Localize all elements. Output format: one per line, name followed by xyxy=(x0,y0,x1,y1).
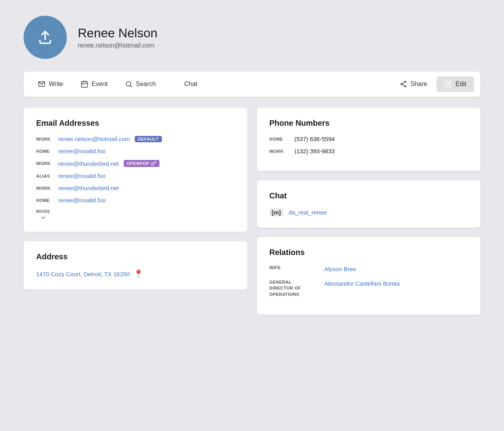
list-item: HOME renee@invalid.foo xyxy=(36,148,235,154)
phone-type-label: WORK xyxy=(269,149,287,154)
profile-name: Renee Nelson xyxy=(78,26,158,40)
event-button[interactable]: Event xyxy=(73,76,115,92)
email-type-label: HOME xyxy=(36,198,53,203)
profile-header: path{fill:none;stroke:white;stroke-width… xyxy=(24,16,480,59)
relation-link[interactable]: Alessandro Castellani Bonita xyxy=(324,279,400,288)
chat-card: Chat [m] da_real_renee xyxy=(257,180,481,227)
svg-rect-1 xyxy=(82,81,88,87)
email-type-label: WORK xyxy=(36,186,53,191)
write-label: Write xyxy=(49,81,63,88)
edit-icon xyxy=(444,80,452,88)
upload-icon: path{fill:none;stroke:white;stroke-width… xyxy=(37,29,53,45)
svg-point-9 xyxy=(401,83,402,84)
email-link[interactable]: renee.nelson@hotmail.com xyxy=(58,136,130,142)
toolbar: Write Event Search Chat xyxy=(24,72,480,97)
chat-handle[interactable]: da_real_renee xyxy=(289,209,327,216)
default-badge: DEFAULT xyxy=(135,136,162,142)
svg-line-7 xyxy=(130,86,132,87)
phone-number: (132) 393-9833 xyxy=(295,148,335,154)
list-item: ALIAS renee@invalid.foo xyxy=(36,172,235,179)
share-label: Share xyxy=(411,81,427,88)
address-link[interactable]: 1470 Cozy Court, Detroit, TX 16250 xyxy=(36,271,130,277)
chat-label: Chat xyxy=(184,81,198,88)
search-button[interactable]: Search xyxy=(117,76,164,92)
list-item: HOME (537) 636-5594 xyxy=(269,136,468,142)
phone-type-label: HOME xyxy=(269,137,287,141)
email-link[interactable]: renee@invalid.foo xyxy=(58,197,106,204)
profile-email: renee.nelson@hotmail.com xyxy=(78,42,158,49)
svg-point-6 xyxy=(126,81,131,86)
chat-row: [m] da_real_renee xyxy=(269,208,468,216)
share-icon xyxy=(400,80,407,88)
svg-point-10 xyxy=(405,86,406,87)
chevron-down-icon xyxy=(40,215,46,221)
email-addresses-title: Email Addresses xyxy=(36,119,235,128)
event-label: Event xyxy=(92,81,108,88)
right-column: Phone Numbers HOME (537) 636-5594 WORK (… xyxy=(257,108,481,315)
more-label: MORE xyxy=(36,209,51,214)
list-item: WIFE Alyson Bree xyxy=(269,265,468,273)
openpgp-badge: OPENPGP xyxy=(124,160,159,167)
relation-link[interactable]: Alyson Bree xyxy=(324,265,356,273)
edit-label: Edit xyxy=(455,81,466,88)
phone-numbers-title: Phone Numbers xyxy=(269,119,468,128)
svg-line-12 xyxy=(402,82,405,83)
relation-type-label: WIFE xyxy=(269,265,317,271)
email-link[interactable]: renee@thunderbird.net xyxy=(58,185,119,191)
share-button[interactable]: Share xyxy=(392,76,435,92)
chat-protocol: [m] xyxy=(269,208,283,216)
email-link[interactable]: renee@thunderbird.net xyxy=(58,160,119,167)
svg-point-8 xyxy=(405,81,406,83)
svg-line-11 xyxy=(402,84,405,86)
write-icon xyxy=(38,80,46,88)
chat-title: Chat xyxy=(269,191,468,200)
email-link[interactable]: renee@invalid.foo xyxy=(58,172,106,179)
edit-button[interactable]: Edit xyxy=(436,76,474,92)
address-card: Address 1470 Cozy Court, Detroit, TX 162… xyxy=(24,241,247,290)
more-button[interactable]: MORE xyxy=(36,209,51,221)
email-type-label: WORK xyxy=(36,161,53,166)
relations-card: Relations WIFE Alyson Bree GENERAL DIREC… xyxy=(257,237,481,315)
chat-icon xyxy=(173,80,181,88)
list-item: WORK (132) 393-9833 xyxy=(269,148,468,154)
email-link[interactable]: renee@invalid.foo xyxy=(58,148,106,154)
email-type-label: ALIAS xyxy=(36,174,53,178)
left-column: Email Addresses WORK renee.nelson@hotmai… xyxy=(24,108,247,290)
list-item: WORK renee@thunderbird.net xyxy=(36,185,235,191)
relations-title: Relations xyxy=(269,248,468,257)
phone-number: (537) 636-5594 xyxy=(295,136,335,142)
search-icon xyxy=(125,80,133,88)
email-type-label: HOME xyxy=(36,149,53,154)
email-addresses-card: Email Addresses WORK renee.nelson@hotmai… xyxy=(24,108,247,232)
relation-type-label: GENERAL DIRECTOR OF OPERATIONS xyxy=(269,279,317,297)
address-row: 1470 Cozy Court, Detroit, TX 16250 📍 xyxy=(36,269,235,279)
list-item: WORK renee.nelson@hotmail.com DEFAULT xyxy=(36,136,235,142)
list-item: GENERAL DIRECTOR OF OPERATIONS Alessandr… xyxy=(269,279,468,297)
phone-numbers-card: Phone Numbers HOME (537) 636-5594 WORK (… xyxy=(257,108,481,171)
search-label: Search xyxy=(136,81,156,88)
avatar[interactable]: path{fill:none;stroke:white;stroke-width… xyxy=(24,16,67,59)
email-type-label: WORK xyxy=(36,137,53,141)
address-title: Address xyxy=(36,252,235,261)
content-grid: Email Addresses WORK renee.nelson@hotmai… xyxy=(24,108,480,315)
profile-info: Renee Nelson renee.nelson@hotmail.com xyxy=(78,26,158,49)
key-icon xyxy=(151,161,156,166)
list-item: HOME renee@invalid.foo xyxy=(36,197,235,204)
write-button[interactable]: Write xyxy=(30,76,71,92)
map-pin-icon: 📍 xyxy=(134,269,143,279)
list-item: WORK renee@thunderbird.net OPENPGP xyxy=(36,160,235,167)
chat-button[interactable]: Chat xyxy=(165,76,205,92)
event-icon xyxy=(81,80,88,88)
